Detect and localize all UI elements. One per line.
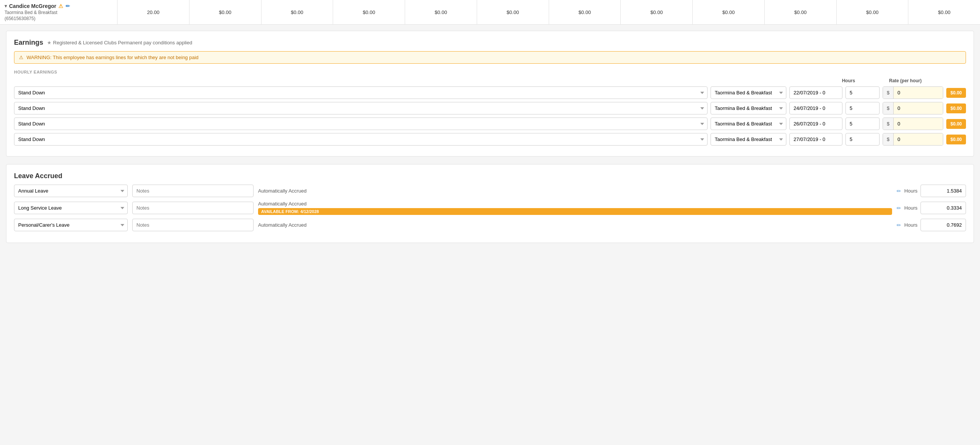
earnings-rows-container: Stand Down Taormina Bed & Breakfast $ $0… xyxy=(14,86,966,145)
earnings-header: Earnings ★ Registered & Licensed Clubs P… xyxy=(14,39,966,46)
rate-input-0[interactable] xyxy=(894,87,943,99)
hours-field-2[interactable] xyxy=(845,118,880,130)
location-select-3[interactable]: Taormina Bed & Breakfast xyxy=(711,133,786,145)
earnings-type-select-3[interactable]: Stand Down xyxy=(14,133,708,145)
auto-accrued-text-1: Automatically Accrued xyxy=(258,201,892,207)
auto-accrued-group-0: Automatically Accrued xyxy=(258,188,892,194)
hours-field-1[interactable] xyxy=(845,102,880,115)
date-field-0[interactable] xyxy=(789,86,842,99)
rate-group-2: $ xyxy=(883,118,943,130)
main-content: Earnings ★ Registered & Licensed Clubs P… xyxy=(0,25,980,257)
rate-group-0: $ xyxy=(883,86,943,99)
employee-location: Taormina Bed & Breakfast xyxy=(5,10,113,15)
rate-input-2[interactable] xyxy=(894,118,943,130)
auto-accrued-group-2: Automatically Accrued xyxy=(258,222,892,228)
warning-icon: ⚠ xyxy=(58,3,63,9)
hours-group-1: ✏ Hours xyxy=(897,202,966,214)
hours-col-header: Hours xyxy=(830,78,867,83)
rate-input-1[interactable] xyxy=(894,102,943,114)
edit-hours-icon-1[interactable]: ✏ xyxy=(897,205,901,211)
employee-cell: ▾ Candice McGregor ⚠ ✏ Taormina Bed & Br… xyxy=(0,0,118,24)
star-icon: ★ xyxy=(47,40,51,45)
auto-accrued-text-2: Automatically Accrued xyxy=(258,222,892,228)
edit-hours-icon-2[interactable]: ✏ xyxy=(897,222,901,228)
employee-col-4: $0.00 xyxy=(477,0,549,24)
hourly-earnings-label: HOURLY EARNINGS xyxy=(14,70,966,74)
earnings-section: Earnings ★ Registered & Licensed Clubs P… xyxy=(6,31,974,156)
employee-col-7: $0.00 xyxy=(693,0,765,24)
warning-banner-icon: ⚠ xyxy=(19,54,24,60)
leave-row: Long Service Leave Automatically Accrued… xyxy=(14,201,966,215)
available-from-badge-1: AVAILABLE FROM: 4/12/2028 xyxy=(258,208,892,215)
employee-name: Candice McGregor xyxy=(9,3,56,9)
pay-conditions-text: Registered & Licensed Clubs Permanent pa… xyxy=(53,40,192,45)
leave-row: Annual Leave Automatically Accrued ✏ Hou… xyxy=(14,185,966,197)
amount-badge-0: $0.00 xyxy=(946,88,966,98)
earnings-row: Stand Down Taormina Bed & Breakfast $ $0… xyxy=(14,118,966,130)
hours-field-0[interactable] xyxy=(845,86,880,99)
leave-type-select-2[interactable]: Personal/Carer's Leave xyxy=(14,219,128,231)
notes-input-2[interactable] xyxy=(132,219,253,231)
hours-label-1: Hours xyxy=(904,205,918,211)
notes-input-0[interactable] xyxy=(132,185,253,197)
employee-col-2: $0.00 xyxy=(333,0,405,24)
leave-accrued-section: Leave Accrued Annual Leave Automatically… xyxy=(6,164,974,243)
earnings-type-select-2[interactable]: Stand Down xyxy=(14,118,708,130)
edit-employee-icon[interactable]: ✏ xyxy=(65,3,70,9)
edit-hours-icon-0[interactable]: ✏ xyxy=(897,188,901,194)
notes-input-1[interactable] xyxy=(132,202,253,214)
earnings-type-select-1[interactable]: Stand Down xyxy=(14,102,708,115)
earnings-row: Stand Down Taormina Bed & Breakfast $ $0… xyxy=(14,102,966,115)
rate-group-3: $ xyxy=(883,133,943,145)
hours-value-input-0[interactable] xyxy=(921,185,966,197)
rate-prefix-0: $ xyxy=(883,87,894,99)
rate-prefix-3: $ xyxy=(883,134,894,145)
employee-col-6: $0.00 xyxy=(621,0,693,24)
hours-group-2: ✏ Hours xyxy=(897,219,966,231)
employee-col-1: $0.00 xyxy=(261,0,334,24)
pay-conditions: ★ Registered & Licensed Clubs Permanent … xyxy=(47,40,192,45)
employee-row: ▾ Candice McGregor ⚠ ✏ Taormina Bed & Br… xyxy=(0,0,980,25)
auto-accrued-group-1: Automatically Accrued AVAILABLE FROM: 4/… xyxy=(258,201,892,215)
amount-badge-2: $0.00 xyxy=(946,119,966,129)
employee-hours-cell: 20.00 xyxy=(118,0,189,24)
amount-badge-1: $0.00 xyxy=(946,104,966,113)
leave-row: Personal/Carer's Leave Automatically Acc… xyxy=(14,219,966,231)
location-select-1[interactable]: Taormina Bed & Breakfast xyxy=(711,102,786,115)
employee-col-5: $0.00 xyxy=(549,0,621,24)
hours-field-3[interactable] xyxy=(845,133,880,145)
rate-group-1: $ xyxy=(883,102,943,115)
hours-value-input-1[interactable] xyxy=(921,202,966,214)
earnings-type-select-0[interactable]: Stand Down xyxy=(14,86,708,99)
location-select-0[interactable]: Taormina Bed & Breakfast xyxy=(711,86,786,99)
earnings-row: Stand Down Taormina Bed & Breakfast $ $0… xyxy=(14,133,966,145)
rate-prefix-2: $ xyxy=(883,118,894,130)
employee-col-8: $0.00 xyxy=(765,0,837,24)
amount-badge-3: $0.00 xyxy=(946,134,966,144)
employee-col-9: $0.00 xyxy=(837,0,909,24)
employee-id: (65615630875) xyxy=(5,16,113,21)
earnings-row: Stand Down Taormina Bed & Breakfast $ $0… xyxy=(14,86,966,99)
leave-type-select-0[interactable]: Annual Leave xyxy=(14,185,128,197)
hours-label-2: Hours xyxy=(904,222,918,228)
date-field-2[interactable] xyxy=(789,118,842,130)
hours-value-input-2[interactable] xyxy=(921,219,966,231)
rate-input-3[interactable] xyxy=(894,134,943,145)
location-select-2[interactable]: Taormina Bed & Breakfast xyxy=(711,118,786,130)
date-field-1[interactable] xyxy=(789,102,842,115)
hours-group-0: ✏ Hours xyxy=(897,185,966,197)
leave-accrued-header: Leave Accrued xyxy=(14,172,966,180)
chevron-down-icon[interactable]: ▾ xyxy=(5,3,7,9)
leave-accrued-title: Leave Accrued xyxy=(14,172,62,180)
leave-type-select-1[interactable]: Long Service Leave xyxy=(14,202,128,214)
warning-banner: ⚠ WARNING: This employee has earnings li… xyxy=(14,51,966,64)
employee-col-0: $0.00 xyxy=(189,0,261,24)
employee-col-3: $0.00 xyxy=(405,0,477,24)
employee-col-10: $0.00 xyxy=(908,0,980,24)
rate-col-header: Rate (per hour) xyxy=(867,78,943,83)
warning-banner-text: WARNING: This employee has earnings line… xyxy=(27,54,199,60)
rate-prefix-1: $ xyxy=(883,102,894,114)
employee-name-group: ▾ Candice McGregor ⚠ ✏ xyxy=(5,3,113,9)
date-field-3[interactable] xyxy=(789,133,842,145)
auto-accrued-text-0: Automatically Accrued xyxy=(258,188,892,194)
